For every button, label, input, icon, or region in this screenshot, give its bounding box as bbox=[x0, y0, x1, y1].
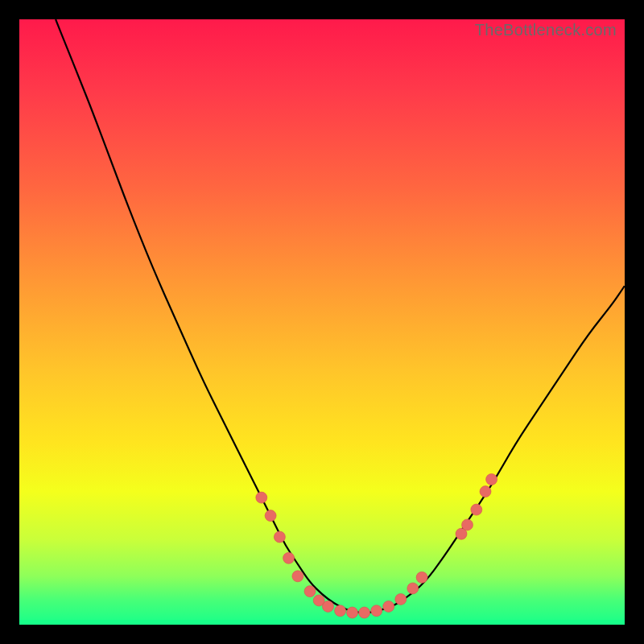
marker-point bbox=[471, 504, 482, 515]
gradient-bottom-band bbox=[19, 620, 625, 625]
watermark-text: TheBottleneck.com bbox=[475, 21, 617, 39]
marker-point bbox=[292, 571, 303, 582]
marker-point bbox=[480, 486, 491, 497]
marker-point bbox=[359, 607, 370, 618]
marker-point bbox=[383, 601, 394, 612]
marker-point bbox=[456, 528, 467, 539]
chart-frame: TheBottleneck.com bbox=[0, 0, 644, 644]
marker-point bbox=[265, 510, 276, 522]
marker-point bbox=[256, 492, 267, 503]
bottleneck-curve bbox=[56, 19, 625, 613]
marker-point bbox=[462, 519, 473, 530]
marker-point bbox=[395, 593, 407, 605]
marker-point bbox=[407, 583, 419, 594]
marker-point bbox=[371, 605, 382, 617]
marker-point bbox=[274, 531, 285, 543]
marker-point bbox=[486, 474, 497, 485]
marker-point bbox=[304, 586, 316, 597]
marker-point bbox=[313, 595, 324, 606]
marker-point bbox=[335, 605, 346, 617]
marker-point bbox=[283, 552, 295, 564]
curve-svg bbox=[19, 19, 625, 625]
plot-area: TheBottleneck.com bbox=[19, 19, 625, 625]
marker-point bbox=[416, 572, 427, 583]
markers-group bbox=[256, 474, 497, 619]
marker-point bbox=[347, 607, 358, 618]
marker-point bbox=[323, 601, 334, 612]
